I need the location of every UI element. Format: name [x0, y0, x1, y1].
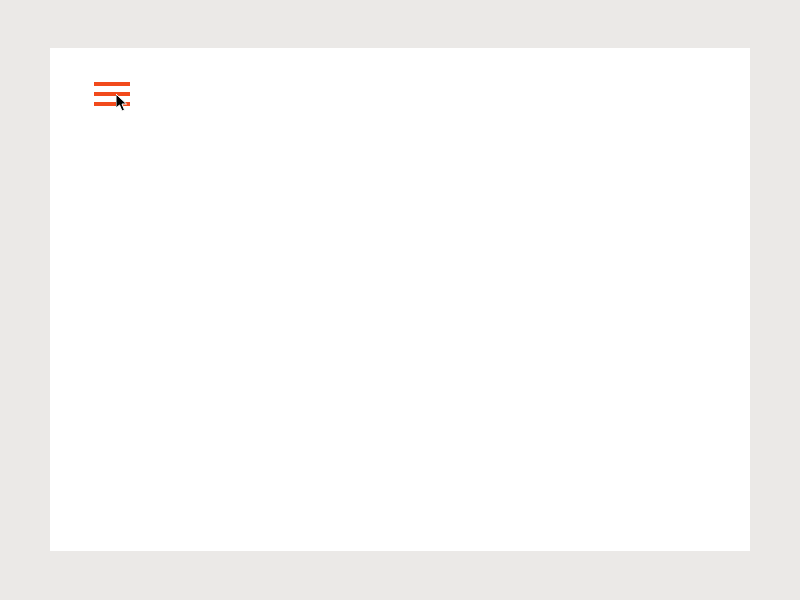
hamburger-icon — [94, 102, 130, 106]
hamburger-menu-button[interactable] — [94, 82, 130, 106]
hamburger-icon — [94, 92, 130, 96]
hamburger-icon — [94, 82, 130, 86]
content-panel — [50, 48, 750, 551]
